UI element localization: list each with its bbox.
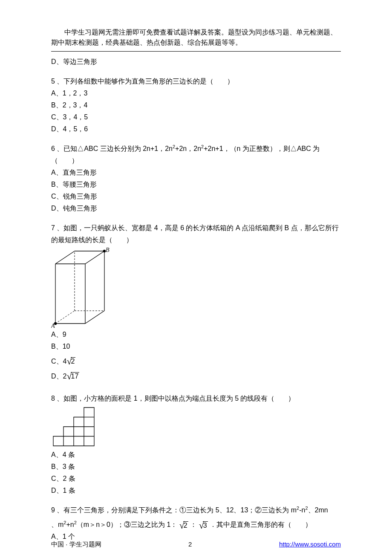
- staircase-grid-figure: [51, 405, 98, 448]
- question-6: 6 、已知△ABC 三边长分别为 2n+1，2n2+2n，2n2+2n+1，（n…: [51, 143, 341, 214]
- q5-option-a: A、1，2，3: [51, 87, 341, 99]
- q6-option-a: A、直角三角形: [51, 167, 341, 179]
- svg-line-4: [55, 251, 75, 264]
- svg-line-8: [85, 311, 104, 324]
- document-page: 中学生习题网无需注册即可免费查看试题详解及答案。题型设为同步练习题、单元检测题、…: [0, 0, 392, 555]
- sqrt-icon: √3: [199, 521, 208, 530]
- q9-stem-line2: 、m2+n2（m＞n＞0）；③三边之比为 1： √2 ： √3 ．其中是直角三角…: [51, 519, 341, 531]
- question-7: 7 、如图，一只蚂蚁从长、宽都是 4，高是 6 的长方体纸箱的 A 点沿纸箱爬到…: [51, 222, 341, 382]
- q5-option-d: D、4，5，6: [51, 123, 341, 135]
- question-9: 9 、有三个三角形，分别满足下列条件之：①三边长为 5、12、13；②三边长为 …: [51, 504, 341, 543]
- footer-site-name: 中国 · 学生习题网: [51, 541, 101, 549]
- sqrt-icon: √17: [66, 372, 79, 381]
- sqrt-icon: √2: [179, 521, 188, 530]
- q5-option-c: C、3，4，5: [51, 111, 341, 123]
- site-description: 中学生习题网无需注册即可免费查看试题详解及答案。题型设为同步练习题、单元检测题、…: [51, 27, 341, 48]
- q5-option-b: B、2，3，4: [51, 99, 341, 111]
- header-divider: [51, 51, 341, 52]
- footer-url-link[interactable]: http://www.sosoti.com: [279, 541, 341, 549]
- q6-option-d: D、钝角三角形: [51, 202, 341, 214]
- question-4-tail: D、等边三角形: [51, 56, 341, 68]
- q7-option-b: B、10: [51, 341, 341, 353]
- q4-option-d: D、等边三角形: [51, 56, 341, 68]
- question-8: 8 、如图，小方格的面积是 1，则图中以格点为端点且长度为 5 的线段有（ ） …: [51, 393, 341, 497]
- page-footer: 中国 · 学生习题网 2 http://www.sosoti.com: [51, 541, 341, 549]
- svg-line-5: [85, 251, 104, 264]
- q6-option-c: C、锐角三角形: [51, 191, 341, 202]
- footer-page-number: 2: [188, 541, 192, 549]
- sqrt-icon: √2: [66, 357, 75, 366]
- q8-option-b: B、3 条: [51, 461, 341, 473]
- q8-option-d: D、1 条: [51, 485, 341, 497]
- q7-stem: 7 、如图，一只蚂蚁从长、宽都是 4，高是 6 的长方体纸箱的 A 点沿纸箱爬到…: [51, 222, 341, 246]
- q8-option-c: C、2 条: [51, 473, 341, 485]
- q6-stem: 6 、已知△ABC 三边长分别为 2n+1，2n2+2n，2n2+2n+1，（n…: [51, 143, 341, 167]
- q7-option-c: C、4 √2: [51, 355, 341, 367]
- q8-stem: 8 、如图，小方格的面积是 1，则图中以格点为端点且长度为 5 的线段有（ ）: [51, 393, 341, 405]
- q8-option-a: A、4 条: [51, 449, 341, 461]
- point-b-label: B: [106, 247, 110, 253]
- q5-stem: 5 、下列各组数中能够作为直角三角形的三边长的是（ ）: [51, 75, 341, 87]
- question-5: 5 、下列各组数中能够作为直角三角形的三边长的是（ ） A、1，2，3 B、2，…: [51, 75, 341, 135]
- q6-option-b: B、等腰三角形: [51, 179, 341, 191]
- svg-line-9: [55, 311, 75, 324]
- cuboid-figure: A B: [51, 247, 111, 328]
- q7-option-d: D、2 √17: [51, 370, 341, 382]
- q7-option-a: A、9: [51, 329, 341, 341]
- q9-stem-line1: 9 、有三个三角形，分别满足下列条件之：①三边长为 5、12、13；②三边长为 …: [51, 504, 341, 516]
- point-a-label: A: [51, 323, 55, 328]
